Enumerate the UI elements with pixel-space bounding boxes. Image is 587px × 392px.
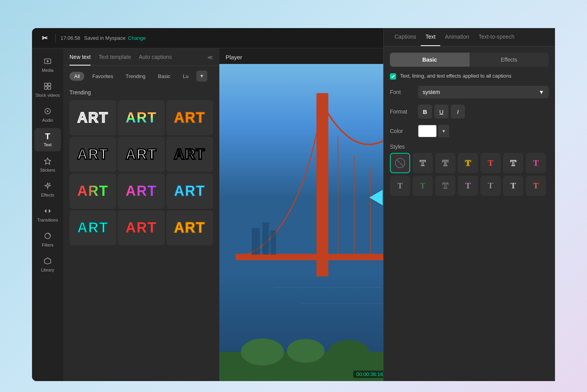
tab-new-text[interactable]: New text (69, 54, 91, 66)
template-card-cyan-outline[interactable]: ART (69, 210, 116, 245)
template-card-pink-purple[interactable]: ART (118, 174, 165, 209)
filters-icon (44, 232, 52, 241)
sidebar-item-media[interactable]: Media (34, 53, 61, 76)
filter-chip-lu[interactable]: Lu (178, 72, 193, 81)
style-light-stroke[interactable]: T (503, 176, 523, 196)
style-gray-down[interactable]: T (390, 176, 410, 196)
style-red[interactable]: T (480, 153, 501, 173)
style-dark-green[interactable]: T (413, 176, 433, 196)
text-icon: T (45, 132, 50, 141)
style-stroke-gray[interactable]: T (435, 176, 455, 196)
styles-label: Styles (390, 144, 549, 150)
toggle-effects[interactable]: Effects (470, 53, 549, 67)
template-card-red-bold[interactable]: ART (118, 210, 165, 245)
apply-all-label: Text, lining, and text effects applied t… (400, 73, 511, 79)
filter-more-dropdown[interactable]: ▼ (196, 71, 207, 82)
svg-marker-11 (44, 258, 51, 264)
svg-marker-8 (44, 158, 51, 164)
sidebar-item-library[interactable]: Library (34, 253, 61, 276)
template-art-10: ART (77, 220, 109, 236)
sidebar-label-library: Library (41, 268, 54, 272)
toggle-basic[interactable]: Basic (390, 53, 470, 67)
template-card-red-green[interactable]: ART (69, 174, 116, 209)
svg-point-30 (328, 340, 369, 366)
stock-videos-icon (44, 82, 52, 91)
sidebar-item-filters[interactable]: Filters (34, 228, 61, 251)
tab-tts[interactable]: Text-to-speech (474, 28, 519, 46)
style-down-arrow[interactable]: T (458, 176, 478, 196)
style-yellow[interactable]: T (458, 153, 478, 173)
color-label: Color (390, 128, 413, 134)
template-art-2: ART (126, 110, 157, 126)
style-stroke-2[interactable]: T (435, 153, 455, 173)
app-logo: ✂ (38, 32, 51, 44)
tab-auto-captions[interactable]: Auto captions (139, 54, 172, 66)
tab-text-template[interactable]: Text template (98, 54, 131, 66)
style-emboss[interactable]: T (480, 176, 501, 196)
format-italic[interactable]: I (451, 105, 465, 119)
template-art-9: ART (174, 183, 205, 199)
tab-animation[interactable]: Animation (440, 28, 474, 46)
collapse-panel-button[interactable]: ≪ (207, 54, 213, 65)
section-trending-title: Trending (63, 86, 219, 100)
filter-chip-all[interactable]: All (69, 72, 84, 81)
styles-section: Styles T T T T T T T T T T (390, 144, 549, 196)
sidebar-label-text: Text (44, 142, 52, 147)
template-card-outline-white[interactable]: ART (69, 137, 116, 172)
tab-captions[interactable]: Captions (390, 28, 421, 46)
no-style-icon (395, 158, 406, 169)
left-sidebar: Media Stock videos (32, 48, 63, 381)
topbar-time: 17:06:58 (60, 35, 80, 41)
styles-grid: T T T T T T (390, 153, 549, 173)
topbar-divider (55, 34, 56, 43)
style-coral[interactable]: T (526, 176, 546, 196)
sidebar-item-text[interactable]: T Text (34, 128, 61, 151)
svg-rect-14 (317, 93, 328, 277)
template-card-outline-bold[interactable]: ART (166, 137, 213, 172)
template-card-yellow-orange[interactable]: ART (166, 210, 213, 245)
sidebar-item-transitions[interactable]: Transitions (34, 203, 61, 226)
template-art-1: ART (77, 110, 109, 126)
template-art-6: ART (174, 146, 205, 163)
format-bold[interactable]: B (418, 105, 432, 119)
tab-text[interactable]: Text (421, 28, 440, 46)
apply-all-checkbox[interactable] (390, 73, 396, 80)
content-tabs: New text Text template Auto captions ≪ (63, 48, 219, 66)
font-select[interactable]: system ▼ (418, 86, 549, 98)
sidebar-item-audio[interactable]: Audio (34, 103, 61, 126)
svg-point-7 (47, 110, 48, 112)
color-swatch[interactable] (418, 125, 437, 137)
color-dropdown-button[interactable]: ▼ (438, 125, 449, 137)
sidebar-item-effects[interactable]: Effects (34, 178, 61, 201)
style-none[interactable] (390, 153, 410, 173)
format-label: Format (390, 108, 413, 115)
svg-rect-22 (252, 228, 260, 255)
style-outline-light[interactable]: T (503, 153, 523, 173)
topbar-change-link[interactable]: Change (128, 35, 146, 41)
sidebar-label-stock: Stock videos (36, 93, 60, 98)
template-card-plain[interactable]: ART (69, 100, 116, 135)
topbar-saved: Saved in Myspace (84, 35, 126, 41)
filter-chip-trending[interactable]: Trending (121, 72, 150, 81)
sidebar-label-filters: Filters (42, 243, 53, 247)
template-card-cyan[interactable]: ART (166, 174, 213, 209)
sidebar-item-stickers[interactable]: Stickers (34, 153, 61, 176)
filter-chip-basic[interactable]: Basic (153, 72, 175, 81)
format-underline[interactable]: U (434, 105, 448, 119)
svg-rect-23 (263, 223, 269, 255)
template-card-orange[interactable]: ART (166, 100, 213, 135)
format-buttons: B U I (418, 105, 465, 119)
svg-rect-4 (44, 87, 47, 89)
player-label: Player (226, 54, 242, 60)
template-card-rainbow[interactable]: ART (118, 100, 165, 135)
svg-rect-5 (48, 87, 51, 89)
filter-chip-favorites[interactable]: Favorites (87, 72, 117, 81)
font-dropdown-icon: ▼ (539, 89, 544, 95)
style-pink[interactable]: T (526, 153, 546, 173)
template-card-outline-black[interactable]: ART (118, 137, 165, 172)
style-stroke-1[interactable]: T (413, 153, 433, 173)
sidebar-label-transitions: Transitions (37, 218, 58, 222)
svg-point-9 (49, 183, 50, 184)
svg-line-32 (397, 160, 404, 167)
sidebar-item-stock-videos[interactable]: Stock videos (34, 78, 61, 101)
